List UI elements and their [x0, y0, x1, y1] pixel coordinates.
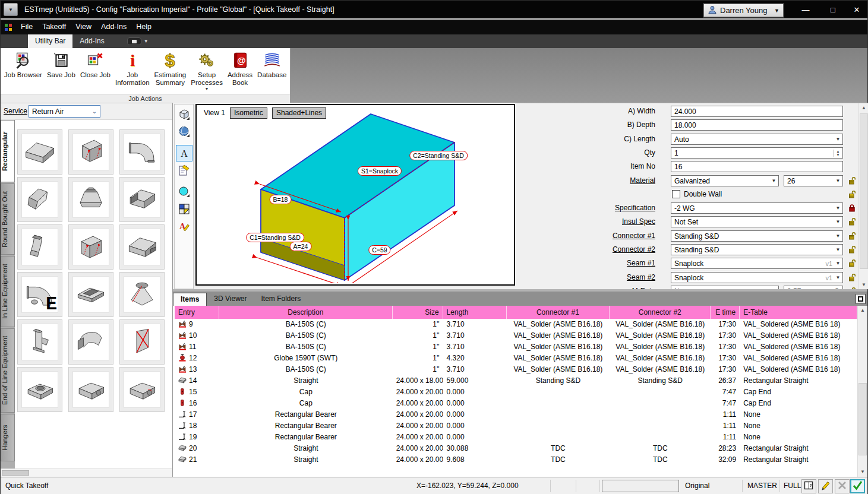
close-button[interactable]: ✕ — [845, 1, 868, 18]
double-wall-checkbox[interactable] — [672, 190, 680, 198]
table-row-entry-13[interactable]: 13BA-150S (C)1''3.710VAL_Solder (ASME B1… — [175, 364, 857, 375]
a-width-field[interactable]: 24.000 — [671, 106, 843, 117]
shape-flat-shoe[interactable] — [68, 272, 113, 317]
view-cube-icon[interactable] — [176, 106, 192, 123]
lock-open-icon[interactable] — [848, 259, 857, 270]
shape-square-bend[interactable] — [17, 224, 62, 270]
setup-processes-button[interactable]: Setup Processes▼ — [188, 49, 225, 94]
menu-file[interactable]: File — [16, 23, 37, 31]
tab-3d-viewer[interactable]: 3D Viewer — [207, 293, 254, 306]
column-header-e-table[interactable]: E-Table — [740, 306, 857, 319]
connector-1-dropdown[interactable]: Standing S&D▼ — [671, 230, 843, 242]
shape-offset-duct[interactable] — [119, 177, 165, 222]
shape-straight-duct[interactable] — [17, 129, 62, 175]
table-row-entry-16[interactable]: 16Cap24.000 x 20.0000.0007:47Cap End — [175, 398, 857, 409]
service-dropdown[interactable]: Return Air ⌄ — [29, 105, 100, 118]
b-depth-field[interactable]: 18.000 — [671, 119, 843, 131]
shape-duct-shoe[interactable] — [119, 224, 165, 270]
isometric-button[interactable]: Isometric — [230, 107, 267, 119]
column-header-connector-2[interactable]: Connector #2 — [610, 306, 711, 319]
property-label[interactable]: Material — [630, 176, 655, 185]
shape-riser-tee[interactable] — [17, 319, 62, 365]
shape-mitre-bend[interactable] — [17, 177, 62, 222]
service-label[interactable]: Service — [4, 107, 27, 115]
shape-box-top-spigot[interactable] — [17, 367, 62, 412]
category-tab-in-line-equipment[interactable]: In Line Equipment — [1, 256, 15, 327]
property-label[interactable]: Seam #2 — [627, 273, 655, 281]
ribbon-tab-add-ins[interactable]: Add-Ins — [72, 34, 111, 48]
edit-properties-icon[interactable] — [176, 162, 192, 179]
estimating-summary-button[interactable]: $Estimating Summary — [152, 49, 189, 94]
edit-pencil-button[interactable] — [818, 479, 833, 493]
circle-tool-icon[interactable] — [176, 183, 192, 200]
shape-curved-boot[interactable] — [68, 319, 113, 365]
column-header-description[interactable]: Description — [219, 306, 393, 319]
shaded-lines-button[interactable]: Shaded+Lines — [272, 107, 326, 119]
spell-edit-icon[interactable]: A — [176, 218, 192, 235]
material-dropdown[interactable]: Galvanized▼ — [671, 175, 779, 186]
viewport[interactable]: View 1 Isometric Shaded+Lines C2=Standin… — [195, 104, 515, 286]
specification-dropdown[interactable]: -2 WG▼ — [671, 202, 843, 214]
table-row-entry-15[interactable]: 15Cap24.000 x 20.0000.0007:47Cap End — [175, 387, 857, 398]
column-header-connector-1[interactable]: Connector #1 — [507, 306, 610, 319]
shape-box-side-spigot-angled[interactable] — [119, 367, 165, 412]
property-label[interactable]: Seam #1 — [627, 259, 655, 267]
c-length-dropdown[interactable]: Auto▼ — [671, 134, 843, 145]
category-tab-end-of-line-equipment[interactable]: End of Line Equipment — [1, 328, 15, 413]
pattern-squares-icon[interactable] — [176, 201, 192, 217]
menu-takeoff[interactable]: Takeoff — [37, 23, 71, 31]
save-job-button[interactable]: Save Job — [45, 49, 78, 94]
lock-open-icon[interactable] — [848, 190, 857, 201]
gallery-hscrollbar[interactable] — [1, 468, 172, 477]
job-information-button[interactable]: iiJob Information — [113, 49, 152, 94]
lock-open-icon[interactable] — [848, 273, 857, 284]
database-button[interactable]: Database — [255, 49, 289, 94]
lock-open-icon[interactable] — [848, 176, 857, 187]
category-tab-round-bought-out[interactable]: Round Bought Out — [1, 183, 15, 255]
item-no-field[interactable]: 16 — [671, 161, 843, 172]
property-label[interactable]: Connector #1 — [613, 232, 655, 240]
tab-item-folders[interactable]: Item Folders — [254, 293, 308, 306]
table-row-entry-9[interactable]: 9BA-150S (C)1''3.710VAL_Solder (ASME B16… — [175, 319, 857, 330]
confirm-check-button[interactable] — [850, 479, 865, 493]
shape-box-side-spigot[interactable] — [68, 367, 113, 412]
category-tab-hangers[interactable]: Hangers — [1, 414, 15, 461]
address-book-button[interactable]: @Address Book — [225, 49, 255, 94]
close-job-button[interactable]: Close Job — [78, 49, 113, 94]
maximize-pane-button[interactable] — [856, 294, 866, 304]
shape-radius-bend[interactable] — [119, 129, 165, 175]
ribbon-tab-utility-bar[interactable]: Utility Bar — [28, 34, 72, 48]
orbit-sphere-icon[interactable] — [176, 124, 192, 140]
shape-square-to-round[interactable] — [119, 272, 165, 317]
shape-transition-arrows[interactable] — [68, 224, 113, 270]
table-row-entry-20[interactable]: 20Straight24.000 x 20.00030.088TDCTDC28:… — [175, 443, 857, 454]
lock-open-icon[interactable] — [848, 217, 857, 228]
insul-spec-dropdown[interactable]: Not Set▼ — [671, 216, 843, 227]
lock-closed-icon[interactable] — [848, 204, 857, 214]
column-header-size[interactable]: Size — [393, 306, 443, 319]
minimize-button[interactable]: — — [794, 1, 818, 18]
shape-taper-transition[interactable] — [68, 177, 113, 222]
column-header-length[interactable]: Length — [443, 306, 507, 319]
tab-items[interactable]: Items — [173, 293, 207, 306]
ribbon-customize-button[interactable]: ▼ — [127, 37, 149, 45]
job-browser-button[interactable]: Job Browser — [2, 49, 45, 94]
menu-view[interactable]: View — [71, 23, 96, 31]
table-row-entry-17[interactable]: 17Rectangular Bearer24.000 x 20.0000.000… — [175, 409, 857, 420]
qty-stepper[interactable]: 1▲▼ — [671, 147, 843, 159]
table-row-entry-18[interactable]: 18Rectangular Bearer24.000 x 20.0000.000… — [175, 420, 857, 432]
seam-2-dropdown[interactable]: Snaplockv1▼ — [671, 272, 843, 283]
table-row-entry-19[interactable]: 19Rectangular Bearer24.000 x 20.0000.000… — [175, 432, 857, 443]
annotation-a-icon[interactable]: A — [176, 145, 192, 162]
lock-open-icon[interactable] — [848, 245, 857, 256]
table-row-entry-10[interactable]: 10BA-150S (C)1''3.710VAL_Solder (ASME B1… — [175, 330, 857, 341]
connector-2-dropdown[interactable]: Standing S&D▼ — [671, 244, 843, 255]
cancel-button[interactable] — [835, 479, 850, 493]
table-row-entry-21[interactable]: 21Straight24.000 x 20.0009.608TDCTDC32:0… — [175, 454, 857, 466]
maximize-button[interactable]: □ — [821, 1, 845, 18]
pan-document-button[interactable] — [801, 479, 816, 493]
table-row-entry-12[interactable]: 12Globe 1590T (SWT)1''4.320VAL_Solder (A… — [175, 353, 857, 364]
table-row-entry-11[interactable]: 11BA-150S (C)1''3.710VAL_Solder (ASME B1… — [175, 341, 857, 353]
property-label[interactable]: Specification — [615, 204, 655, 212]
menu-add-ins[interactable]: Add-Ins — [96, 23, 131, 31]
